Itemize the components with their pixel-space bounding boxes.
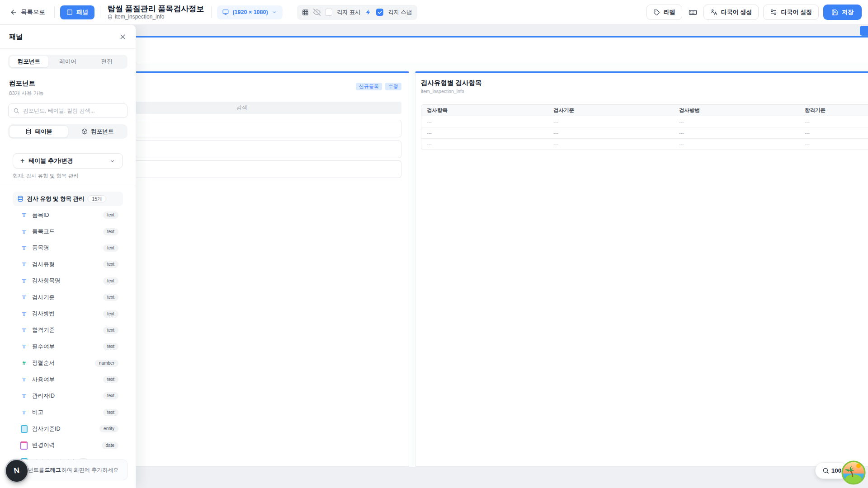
preview-table[interactable]: 검사항목검사기준검사방법합격기준 -----------------------… (421, 104, 868, 150)
i18n-generate-button[interactable]: 다국어 생성 (703, 5, 759, 20)
table-header-row: 검사항목검사기준검사방법합격기준 (421, 105, 868, 116)
field-row[interactable]: T검사항목명text (13, 273, 123, 289)
field-row[interactable]: 변경이력date (13, 437, 123, 453)
field-type-badge: text (103, 343, 118, 350)
text-type-icon: T (20, 228, 28, 235)
save-icon (831, 9, 838, 16)
field-type-badge: text (103, 244, 118, 252)
table-group-name: 검사 유형 및 항목 관리 (27, 195, 84, 203)
grid-icon[interactable] (302, 9, 309, 16)
field-row[interactable]: T비고text (13, 404, 123, 421)
table-header-cell: 합격기준 (799, 105, 868, 116)
field-row[interactable]: T검사유형text (13, 256, 123, 272)
field-row[interactable]: #정렬순서number (13, 355, 123, 371)
field-type-badge: text (103, 310, 118, 318)
tab-components[interactable]: 컴포넌트 (9, 56, 48, 67)
field-name: 필수여부 (32, 343, 55, 351)
grid-snap-label: 격자 스냅 (388, 9, 412, 16)
canvas-table-card[interactable]: 검사유형별 검사항목 item_inspection_info 검사항목검사기준… (415, 71, 868, 467)
field-row[interactable]: T품목IDtext (13, 207, 123, 223)
divider (54, 6, 55, 18)
tab-layers[interactable]: 레이어 (48, 56, 87, 67)
grid-display-checkbox[interactable] (325, 9, 332, 16)
field-type-badge: text (103, 392, 118, 399)
edit-badge[interactable]: 수정 (385, 83, 401, 90)
page-title: 탑씰 품질관리 품목검사정보 (108, 5, 204, 13)
field-row[interactable]: T합격기준text (13, 322, 123, 338)
components-panel: 패널 컴포넌트 레이어 편집 컴포넌트 83개 사용 가능 테이블 (0, 25, 136, 488)
field-row[interactable]: T관리자IDtext (13, 388, 123, 404)
table-cell: --- (674, 127, 799, 138)
field-name: 비고 (32, 408, 43, 416)
grid-controls: 격자 표시 격자 스냅 (297, 5, 417, 20)
keyboard-shortcuts-button[interactable] (687, 6, 699, 19)
table-header-cell: 검사항목 (421, 105, 548, 116)
field-row[interactable]: T검사방법text (13, 305, 123, 322)
back-button[interactable]: 목록으로 (6, 5, 49, 19)
field-row[interactable]: T검사기준text (13, 289, 123, 305)
current-table-label: 현재: 검사 유형 및 항목 관리 (13, 173, 123, 179)
text-type-icon: T (20, 376, 28, 383)
field-row[interactable]: 검사기준IDentity (13, 421, 123, 437)
field-name: 검사유형 (32, 261, 55, 268)
sliders-icon (770, 9, 777, 16)
save-button[interactable]: 저장 (823, 5, 862, 20)
divider (0, 186, 136, 186)
table-group-header[interactable]: 검사 유형 및 항목 관리 15개 (13, 192, 123, 206)
table-cell: --- (674, 139, 799, 150)
field-type-badge: text (103, 409, 118, 416)
add-table-button[interactable]: + 테이블 추가/변경 (13, 153, 123, 169)
clipped-element[interactable] (860, 26, 868, 36)
field-type-badge: date (102, 442, 118, 449)
database-icon (17, 196, 24, 202)
form-action-badges: 신규등록 수정 (356, 83, 401, 90)
register-badge[interactable]: 신규등록 (356, 83, 382, 90)
resolution-dropdown[interactable]: (868 × 488) (217, 5, 282, 19)
field-type-badge: text (103, 327, 118, 334)
grid-snap-checkbox[interactable] (376, 9, 383, 16)
field-type-badge: text (103, 261, 118, 268)
panel-toggle-button[interactable]: 패널 (60, 5, 94, 19)
table-card-title: 검사유형별 검사항목 (421, 79, 482, 87)
entity-type-icon (20, 425, 28, 432)
table-row: ------------ (421, 139, 868, 150)
field-row[interactable]: T필수여부text (13, 338, 123, 355)
grid-display-label: 격자 표시 (337, 9, 361, 16)
arrow-left-icon (10, 9, 17, 16)
close-icon[interactable] (119, 33, 127, 41)
date-type-icon (20, 442, 28, 449)
field-row[interactable]: T사용여부text (13, 371, 123, 388)
text-type-icon: T (20, 343, 28, 350)
search-input[interactable] (23, 108, 123, 114)
field-type-badge: text (103, 376, 118, 383)
field-list: T품목IDtextT품목코드textT품목명textT검사유형textT검사항목… (13, 207, 123, 488)
table-cell: --- (799, 127, 868, 138)
toggle-tables[interactable]: 테이블 (9, 125, 68, 138)
divider (211, 6, 212, 18)
island-app-icon[interactable] (841, 460, 866, 485)
page-subtitle: item_inspection_info (108, 14, 204, 19)
tab-edit[interactable]: 편집 (87, 56, 126, 67)
text-type-icon: T (20, 294, 28, 301)
plus-icon: + (20, 157, 24, 164)
field-row[interactable]: T품목명text (13, 240, 123, 256)
text-type-icon: T (20, 327, 28, 334)
database-icon (108, 14, 113, 19)
field-row[interactable]: T품목코드text (13, 223, 123, 239)
label-button[interactable]: 라벨 (646, 5, 682, 20)
section-title: 컴포넌트 (9, 79, 127, 88)
field-name: 변경이력 (32, 441, 55, 449)
panel-title: 패널 (9, 33, 119, 41)
field-name: 정렬순서 (32, 359, 55, 367)
i18n-settings-button[interactable]: 다국어 설정 (763, 5, 819, 20)
keyboard-icon (689, 8, 697, 17)
toggle-components[interactable]: 컴포넌트 (68, 125, 127, 138)
table-row: ------------ (421, 116, 868, 127)
field-type-badge: text (103, 294, 118, 301)
eye-off-icon[interactable] (313, 9, 321, 16)
field-name: 검사기준 (32, 294, 55, 301)
field-name: 품목명 (32, 244, 49, 252)
canvas-header-section[interactable] (75, 36, 868, 64)
search-icon (13, 108, 19, 114)
section-subtitle: 83개 사용 가능 (9, 90, 127, 97)
